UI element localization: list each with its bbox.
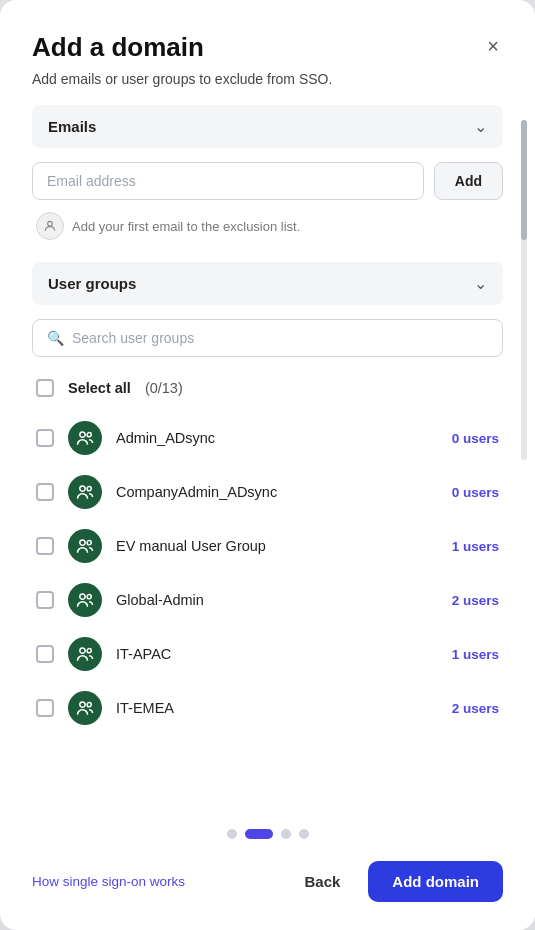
user-groups-label: User groups (48, 275, 136, 292)
svg-point-3 (80, 486, 85, 491)
pagination-dot-2[interactable] (281, 829, 291, 839)
email-hint: Add your first email to the exclusion li… (32, 210, 503, 242)
group-name-2: EV manual User Group (116, 538, 438, 554)
group-icon-1 (68, 475, 102, 509)
search-input[interactable] (72, 330, 488, 346)
email-hint-text: Add your first email to the exclusion li… (72, 219, 300, 234)
group-icon-5 (68, 691, 102, 725)
scrollbar-thumb[interactable] (521, 120, 527, 240)
group-list: Admin_ADsync 0 users CompanyAdmin_ADsync… (32, 411, 503, 809)
select-all-row: Select all (0/13) (32, 369, 503, 407)
svg-point-8 (87, 595, 91, 599)
footer: How single sign-on works Back Add domain (32, 861, 503, 902)
group-name-5: IT-EMEA (116, 700, 438, 716)
list-item: Admin_ADsync 0 users (32, 411, 503, 465)
sso-link[interactable]: How single sign-on works (32, 874, 185, 889)
group-checkbox-3[interactable] (36, 591, 54, 609)
modal-subtitle: Add emails or user groups to exclude fro… (32, 71, 503, 87)
svg-point-10 (87, 649, 91, 653)
svg-point-9 (80, 648, 85, 653)
modal-title: Add a domain (32, 32, 204, 63)
select-all-count: (0/13) (145, 380, 183, 396)
emails-section: Emails ⌄ Add Add your first email to the… (32, 105, 503, 246)
email-input-row: Add (32, 162, 503, 200)
user-groups-section-header[interactable]: User groups ⌄ (32, 262, 503, 305)
group-icon-0 (68, 421, 102, 455)
group-name-1: CompanyAdmin_ADsync (116, 484, 438, 500)
add-domain-button[interactable]: Add domain (368, 861, 503, 902)
group-checkbox-5[interactable] (36, 699, 54, 717)
svg-point-11 (80, 702, 85, 707)
emails-chevron-icon: ⌄ (474, 117, 487, 136)
svg-point-4 (87, 487, 91, 491)
list-item: Global-Admin 2 users (32, 573, 503, 627)
group-checkbox-0[interactable] (36, 429, 54, 447)
svg-point-0 (48, 221, 53, 226)
svg-point-1 (80, 432, 85, 437)
user-groups-chevron-icon: ⌄ (474, 274, 487, 293)
group-name-4: IT-APAC (116, 646, 438, 662)
user-groups-section: User groups ⌄ 🔍 Select all (0/13) Admin (32, 262, 503, 809)
emails-section-header[interactable]: Emails ⌄ (32, 105, 503, 148)
group-count-4: 1 users (452, 647, 499, 662)
group-name-3: Global-Admin (116, 592, 438, 608)
group-icon-2 (68, 529, 102, 563)
group-checkbox-1[interactable] (36, 483, 54, 501)
add-email-button[interactable]: Add (434, 162, 503, 200)
group-icon-4 (68, 637, 102, 671)
group-name-0: Admin_ADsync (116, 430, 438, 446)
person-icon (36, 212, 64, 240)
group-count-0: 0 users (452, 431, 499, 446)
add-domain-modal: Add a domain × Add emails or user groups… (0, 0, 535, 930)
search-box: 🔍 (32, 319, 503, 357)
group-checkbox-4[interactable] (36, 645, 54, 663)
emails-section-label: Emails (48, 118, 96, 135)
svg-point-2 (87, 433, 91, 437)
group-count-3: 2 users (452, 593, 499, 608)
scrollbar-track (521, 120, 527, 460)
back-button[interactable]: Back (288, 863, 356, 900)
group-count-1: 0 users (452, 485, 499, 500)
email-input[interactable] (32, 162, 424, 200)
group-checkbox-2[interactable] (36, 537, 54, 555)
group-count-2: 1 users (452, 539, 499, 554)
pagination-dot-1[interactable] (245, 829, 273, 839)
pagination-dots (32, 829, 503, 839)
footer-actions: Back Add domain (288, 861, 503, 902)
list-item: IT-EMEA 2 users (32, 681, 503, 735)
svg-point-6 (87, 541, 91, 545)
list-item: IT-APAC 1 users (32, 627, 503, 681)
search-icon: 🔍 (47, 330, 64, 346)
pagination-dot-3[interactable] (299, 829, 309, 839)
select-all-label: Select all (68, 380, 131, 396)
svg-point-5 (80, 540, 85, 545)
list-item: CompanyAdmin_ADsync 0 users (32, 465, 503, 519)
svg-point-12 (87, 703, 91, 707)
svg-point-7 (80, 594, 85, 599)
list-item: EV manual User Group 1 users (32, 519, 503, 573)
modal-header: Add a domain × (32, 32, 503, 63)
group-count-5: 2 users (452, 701, 499, 716)
group-icon-3 (68, 583, 102, 617)
pagination-dot-0[interactable] (227, 829, 237, 839)
select-all-checkbox[interactable] (36, 379, 54, 397)
close-button[interactable]: × (483, 32, 503, 60)
